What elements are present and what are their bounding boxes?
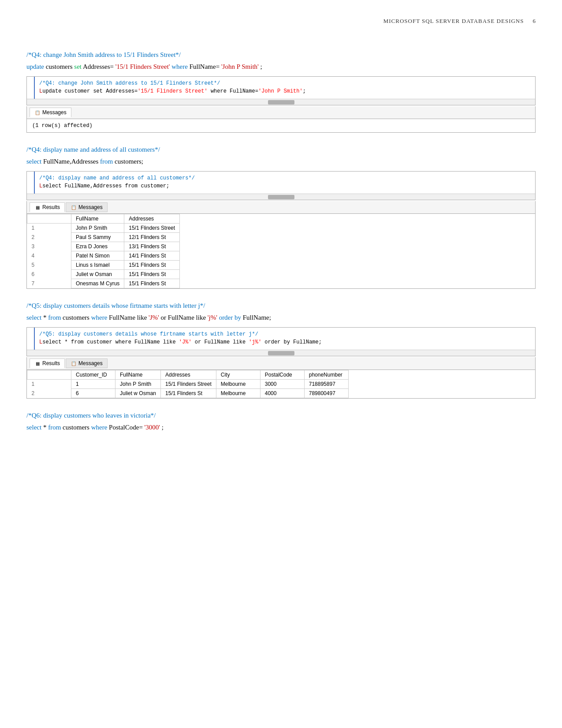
table-row: 7 Onesmas M Cyrus 15/1 Flinders St xyxy=(27,279,180,288)
scrollbar-thumb-2 xyxy=(268,195,294,199)
th-empty-2 xyxy=(27,370,71,380)
scrollbar-thumb xyxy=(268,100,294,105)
results-icon: ▦ xyxy=(34,204,41,210)
results-body-q5: 1 1 John P Smith 15/1 Flinders Street Me… xyxy=(27,380,349,398)
page-title: MICROSOFT SQL SERVER DATABASE DESIGNS xyxy=(383,18,524,25)
results-table-q4-select: FullName Addresses 1 John P Smith 15/1 F… xyxy=(27,214,180,288)
kw-update: update xyxy=(26,63,44,70)
table-row: 4 Patel N Simon 14/1 Flinders St xyxy=(27,251,180,261)
q5-sql: select * from customers where FullName l… xyxy=(26,312,536,323)
tabs-area-q4-update: 📋 Messages xyxy=(26,106,536,119)
th-fullname-2: FullName xyxy=(115,370,161,380)
kw-where-3: where xyxy=(91,424,108,431)
tab-messages-label-3: Messages xyxy=(78,360,103,366)
tabs-area-q4-select: ▦ Results 📋 Messages xyxy=(26,201,536,214)
table-header-row: FullName Addresses xyxy=(27,214,180,224)
table-row: 6 Juliet w Osman 15/1 Flinders St xyxy=(27,270,180,279)
section-q4-select: /*Q4: display name and address of all cu… xyxy=(26,146,536,289)
table-row: 3 Ezra D Jones 13/1 Flinders St xyxy=(27,242,180,251)
th-fullname: FullName xyxy=(71,214,124,224)
sql-editor-q5[interactable]: /*Q5: display customers details whose fi… xyxy=(26,327,536,356)
tab-messages-q4-update[interactable]: 📋 Messages xyxy=(30,108,71,117)
table-header-row-2: Customer_ID FullName Addresses City Post… xyxy=(27,370,349,380)
section-q4-update: /*Q4: change John Smith address to 15/1 … xyxy=(26,51,536,133)
sql-gutter xyxy=(27,77,35,99)
results-table-q5: Customer_ID FullName Addresses City Post… xyxy=(27,370,349,398)
table-row: 5 Linus s Ismael 15/1 Flinders St xyxy=(27,261,180,270)
sql-editor-q4-select[interactable]: /*Q4: display name and address of all cu… xyxy=(26,171,536,200)
th-phonenumber: phoneNumber xyxy=(304,370,348,380)
tab-results-q4-select[interactable]: ▦ Results xyxy=(30,202,65,212)
q6-sql: select * from customers where PostalCode… xyxy=(26,422,536,433)
messages-icon: 📋 xyxy=(34,109,41,116)
q4-select-sql: select FullName,Addresses from customers… xyxy=(26,156,536,167)
tabs-row-2: ▦ Results 📋 Messages xyxy=(27,201,535,213)
th-addresses-2: Addresses xyxy=(161,370,216,380)
horizontal-scrollbar-2[interactable] xyxy=(27,194,535,200)
table-row: 2 Paul S Sammy 12/1 Flinders St xyxy=(27,233,180,242)
tabs-area-q5: ▦ Results 📋 Messages xyxy=(26,357,536,370)
horizontal-scrollbar-3[interactable] xyxy=(27,350,535,356)
sql-code-q5: /*Q5: display customers details whose fi… xyxy=(35,328,535,350)
q5-comment: /*Q5: display customers details whose fi… xyxy=(26,302,536,310)
sql-gutter-2 xyxy=(27,172,35,194)
messages-icon-2: 📋 xyxy=(71,204,77,210)
tab-messages-label-2: Messages xyxy=(78,204,103,210)
sql-editor-q4-update[interactable]: /*Q4: change John Smith address to 15/1 … xyxy=(26,76,536,105)
table-row: 2 6 Juliet w Osman 15/1 Flinders St Melb… xyxy=(27,389,349,398)
tab-messages-q5[interactable]: 📋 Messages xyxy=(66,358,108,368)
tabs-row: 📋 Messages xyxy=(27,106,535,119)
th-empty xyxy=(27,214,71,224)
q4-update-comment: /*Q4: change John Smith address to 15/1 … xyxy=(26,51,536,59)
results-wrapper-q4-select: FullName Addresses 1 John P Smith 15/1 F… xyxy=(26,214,536,289)
section-q5: /*Q5: display customers details whose fi… xyxy=(26,302,536,399)
section-q6: /*Q6: display customers who leaves in vi… xyxy=(26,412,536,433)
sql-gutter-3 xyxy=(27,328,35,350)
kw-select: select xyxy=(26,158,41,165)
sql-code-q4-select: /*Q4: display name and address of all cu… xyxy=(35,172,535,194)
th-addresses: Addresses xyxy=(124,214,180,224)
page-header: MICROSOFT SQL SERVER DATABASE DESIGNS 6 xyxy=(26,18,536,25)
table-row: 1 John P Smith 15/1 Flinders Street xyxy=(27,224,180,233)
q4-select-comment: /*Q4: display name and address of all cu… xyxy=(26,146,536,153)
th-customer-id: Customer_ID xyxy=(71,370,115,380)
results-body-q4-select: 1 John P Smith 15/1 Flinders Street 2 Pa… xyxy=(27,224,180,288)
results-wrapper-q5: Customer_ID FullName Addresses City Post… xyxy=(26,370,536,399)
kw-from-3: from xyxy=(48,424,61,431)
kw-where-2: where xyxy=(91,314,108,321)
horizontal-scrollbar[interactable] xyxy=(27,99,535,105)
sql-code-q4-update: /*Q4: change John Smith address to 15/1 … xyxy=(35,77,535,99)
page-number: 6 xyxy=(533,18,536,25)
kw-from: from xyxy=(100,158,113,165)
str-name: 'John P Smith' xyxy=(221,63,259,70)
kw-order-by: order by xyxy=(219,314,241,321)
str-postalcode: '3000' xyxy=(145,424,160,431)
q6-comment: /*Q6: display customers who leaves in vi… xyxy=(26,412,536,419)
kw-select-3: select xyxy=(26,424,41,431)
tab-results-q5[interactable]: ▦ Results xyxy=(30,358,65,368)
scrollbar-thumb-3 xyxy=(268,351,294,355)
tab-messages-label: Messages xyxy=(42,109,67,116)
tab-messages-q4-select[interactable]: 📋 Messages xyxy=(66,202,108,212)
table-row: 1 1 John P Smith 15/1 Flinders Street Me… xyxy=(27,380,349,389)
kw-from-2: from xyxy=(48,314,61,321)
tab-results-label: Results xyxy=(42,204,60,210)
th-city: City xyxy=(216,370,260,380)
kw-set: set xyxy=(74,63,82,70)
str-j-lower: 'j%' xyxy=(208,314,217,321)
messages-icon-3: 📋 xyxy=(71,360,77,366)
kw-select-2: select xyxy=(26,314,41,321)
tab-results-label-2: Results xyxy=(42,360,60,366)
str-address: '15/1 Flinders Street' xyxy=(115,63,170,70)
str-j-upper: 'J%' xyxy=(149,314,159,321)
th-postalcode: PostalCode xyxy=(260,370,304,380)
results-icon-2: ▦ xyxy=(34,360,41,366)
kw-where: where xyxy=(171,63,188,70)
q4-update-sql: update customers set Addresses= '15/1 Fl… xyxy=(26,61,536,72)
tabs-row-3: ▦ Results 📋 Messages xyxy=(27,357,535,370)
messages-content-q4-update: (1 row(s) affected) xyxy=(26,119,536,133)
